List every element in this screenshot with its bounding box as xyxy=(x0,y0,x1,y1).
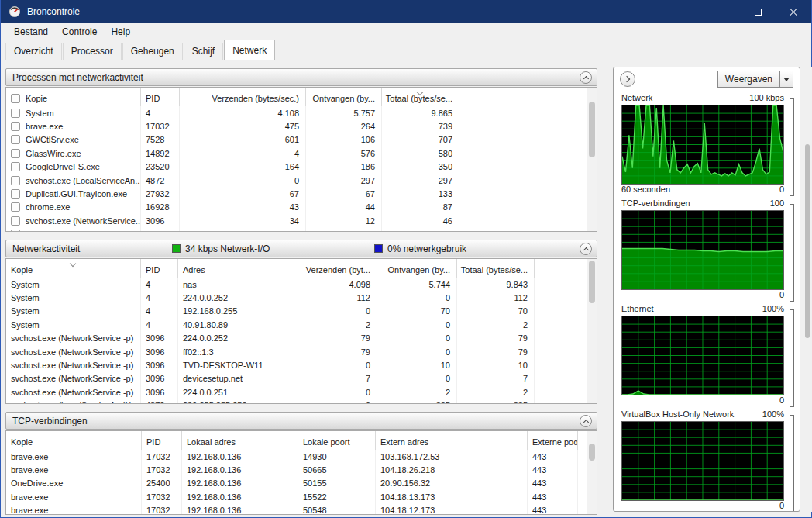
table-row[interactable]: svchost.exe (NetworkService -p)3096224.0… xyxy=(6,332,578,345)
column-header-pid[interactable]: PID xyxy=(142,431,182,450)
table-row[interactable]: brave.exe17032192.168.0.13614930103.168.… xyxy=(6,450,578,463)
table-cell: 0 xyxy=(298,305,377,318)
row-checkbox[interactable] xyxy=(11,202,20,212)
row-checkbox[interactable] xyxy=(11,216,20,226)
table-cell: 0 xyxy=(377,332,457,345)
table-row[interactable]: chrome.exe16928434487 xyxy=(6,201,578,214)
table-row[interactable]: svchost.exe (NetworkService -p)3096ff02:… xyxy=(6,345,578,358)
menu-item-help[interactable]: Help xyxy=(104,25,137,39)
table-cell: brave.exe xyxy=(6,450,142,463)
table-cell: brave.exe xyxy=(6,119,141,133)
column-header-totaal-bytes-se[interactable]: Totaal (bytes/se... xyxy=(457,259,535,278)
column-header-kopie[interactable]: Kopie xyxy=(6,88,141,106)
table-row[interactable]: OneDrive.exe25400192.168.0.1365015520.90… xyxy=(6,477,578,490)
views-dropdown-arrow[interactable] xyxy=(779,71,793,87)
graph-plot-area xyxy=(621,105,784,185)
table-row[interactable]: GoogleDriveFS.exe23520164186350 xyxy=(6,161,578,174)
table-row[interactable]: System44.1085.7579.865 xyxy=(6,106,578,119)
chevron-up-icon xyxy=(583,247,588,253)
row-checkbox[interactable] xyxy=(11,109,20,118)
close-button[interactable] xyxy=(776,0,811,23)
menu-item-controle[interactable]: Controle xyxy=(55,25,104,39)
views-dropdown[interactable]: Weergaven xyxy=(717,71,793,88)
table-row[interactable]: svchost.exe (NetworkService...3096341246 xyxy=(6,214,578,227)
table-cell: 335 xyxy=(457,399,535,404)
table-scrollbar-thumb[interactable] xyxy=(589,444,595,461)
table-cell: chrome.exe xyxy=(6,228,141,232)
table-cell: 50665 xyxy=(298,463,376,476)
table-row[interactable]: chrome.exe1463825227 xyxy=(6,228,578,232)
table-cell: 79 xyxy=(457,332,535,345)
tab-overzicht[interactable]: Overzicht xyxy=(5,43,62,60)
collapse-button[interactable] xyxy=(580,415,592,427)
column-header-verzenden-byt[interactable]: Verzenden (byt... xyxy=(298,259,377,278)
resource-monitor-window: Broncontrole BestandControleHelp Overzic… xyxy=(0,0,812,518)
minimize-button[interactable] xyxy=(704,0,740,23)
column-header-adres[interactable]: Adres xyxy=(178,259,298,278)
column-header-kopie[interactable]: Kopie xyxy=(6,431,142,450)
row-checkbox[interactable] xyxy=(11,176,20,185)
maximize-button[interactable] xyxy=(740,0,776,23)
column-header-lokaal-adres[interactable]: Lokaal adres xyxy=(182,431,298,450)
row-checkbox[interactable] xyxy=(11,230,20,232)
panel-scrollbar-thumb[interactable] xyxy=(805,144,810,338)
row-checkbox[interactable] xyxy=(11,189,20,199)
table-row[interactable]: brave.exe17032192.168.0.13650665104.18.2… xyxy=(6,463,578,476)
column-header-pid[interactable]: PID xyxy=(141,259,178,278)
collapse-button[interactable] xyxy=(580,243,592,255)
table-row[interactable]: brave.exe17032192.168.0.13615522104.18.1… xyxy=(6,490,578,503)
table-row[interactable]: System4192.168.0.25507070 xyxy=(6,305,578,318)
tab-processor[interactable]: Processor xyxy=(63,43,122,60)
table-scrollbar[interactable] xyxy=(587,431,597,514)
table-row[interactable]: brave.exe17032475264739 xyxy=(6,119,578,133)
column-header-ontvangen-by[interactable]: Ontvangen (by... xyxy=(377,259,457,278)
table-cell: 5.744 xyxy=(377,278,457,291)
table-cell: 2 xyxy=(306,228,382,232)
column-header-verzenden-bytes-sec[interactable]: Verzenden (bytes/sec.) xyxy=(180,88,306,106)
chevron-up-icon xyxy=(583,76,588,81)
expand-panel-button[interactable] xyxy=(620,71,635,87)
table-row[interactable]: brave.exe17032192.168.0.13650548104.18.1… xyxy=(6,504,578,515)
table-row[interactable]: System4224.0.0.2521120112 xyxy=(6,291,578,304)
menu-item-bestand[interactable]: Bestand xyxy=(7,25,55,39)
table-scrollbar-thumb[interactable] xyxy=(589,102,595,157)
column-header-extern-adres[interactable]: Extern adres xyxy=(376,431,528,450)
column-header-ontvangen-by[interactable]: Ontvangen (by... xyxy=(306,88,382,106)
tab-netwerk[interactable]: Netwerk xyxy=(224,40,275,60)
column-header-lokale-poort[interactable]: Lokale poort xyxy=(298,431,376,450)
row-checkbox[interactable] xyxy=(11,122,20,131)
table-cell: 10 xyxy=(377,358,457,371)
table-cell: 5.757 xyxy=(306,106,382,119)
select-all-checkbox[interactable] xyxy=(11,94,20,103)
table-row[interactable]: GWCtlSrv.exe7528601106707 xyxy=(6,133,578,147)
table-row[interactable]: svchost.exe (LocalServiceAn...4872029729… xyxy=(6,174,578,187)
tab-geheugen[interactable]: Geheugen xyxy=(122,43,183,60)
table-row[interactable]: svchost.exe (LocalServiceAndNo...4872239… xyxy=(6,399,578,404)
column-header-externe-poort[interactable]: Externe poort xyxy=(528,431,578,450)
table-row[interactable]: svchost.exe (NetworkService -p)3096devic… xyxy=(6,372,578,385)
table-cell: 2 xyxy=(298,318,377,331)
table-cell: 3096 xyxy=(141,332,178,345)
row-checkbox[interactable] xyxy=(11,135,20,144)
table-cell: 27932 xyxy=(141,187,180,200)
table-row[interactable]: System4nas4.0985.7449.843 xyxy=(6,278,578,291)
table-row[interactable]: svchost.exe (NetworkService -p)3096TVD-D… xyxy=(6,358,578,371)
table-cell: 4.098 xyxy=(298,278,377,291)
table-cell: System xyxy=(6,278,141,291)
table-row[interactable]: System440.91.80.89202 xyxy=(6,318,578,331)
column-header-pid[interactable]: PID xyxy=(141,88,180,106)
table-row[interactable]: Duplicati.GUI.TrayIcon.exe279326767133 xyxy=(6,187,578,200)
table-scrollbar[interactable] xyxy=(587,88,597,231)
tab-schijf[interactable]: Schijf xyxy=(184,43,223,60)
column-header-totaal-bytes-se[interactable]: Totaal (bytes/se... xyxy=(382,88,459,106)
table-scrollbar-thumb[interactable] xyxy=(589,261,595,303)
table-row[interactable]: GlassWire.exe148924576580 xyxy=(6,147,578,160)
row-checkbox[interactable] xyxy=(11,162,20,171)
table-row[interactable]: svchost.exe (NetworkService -p)3096224.0… xyxy=(6,385,578,399)
column-header-kopie[interactable]: Kopie xyxy=(6,259,141,278)
row-checkbox[interactable] xyxy=(11,149,20,158)
network-usage-swatch xyxy=(374,244,383,253)
panel-scrollbar[interactable] xyxy=(803,67,812,512)
collapse-button[interactable] xyxy=(580,71,592,84)
table-scrollbar[interactable] xyxy=(587,259,597,403)
